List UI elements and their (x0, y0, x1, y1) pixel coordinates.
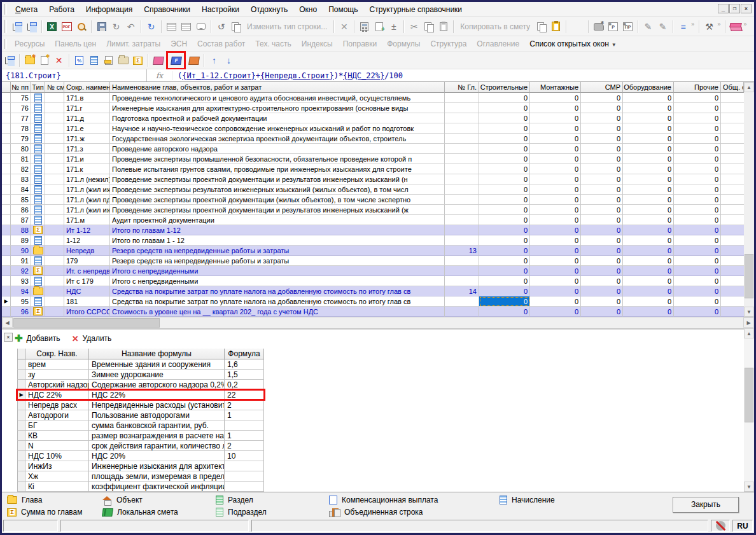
menu-item-Отдохнуть[interactable]: Отдохнуть (245, 3, 293, 16)
recalculate-icon[interactable]: ↻ (144, 20, 158, 34)
scroll-thumb[interactable] (745, 254, 753, 298)
blocks-icon[interactable] (228, 20, 243, 34)
log-icon[interactable] (101, 53, 116, 67)
value-cell[interactable]: 0 (674, 103, 721, 113)
language-indicator[interactable]: RU (732, 520, 753, 532)
row-type-cell[interactable] (31, 134, 45, 144)
estimate-number-cell[interactable] (45, 93, 64, 103)
value-cell[interactable]: 0 (581, 154, 623, 164)
row-marker[interactable] (2, 164, 11, 174)
value-cell[interactable]: 0 (530, 276, 581, 286)
chapter-number-cell[interactable] (445, 256, 479, 266)
compensation-icon[interactable]: % (72, 53, 87, 67)
chapter-number-cell[interactable] (445, 164, 479, 174)
value-cell[interactable] (721, 205, 744, 215)
chapter-number-cell[interactable] (445, 144, 479, 154)
value-cell[interactable]: 0 (530, 123, 581, 134)
value-cell[interactable]: 0 (479, 215, 530, 225)
value-cell[interactable]: 0 (581, 296, 623, 307)
chapter-number-cell[interactable] (445, 205, 479, 215)
row-marker[interactable] (17, 400, 25, 410)
value-cell[interactable] (721, 307, 744, 317)
chapter-number-cell[interactable] (445, 225, 479, 235)
value-cell[interactable]: 0 (581, 174, 623, 184)
value-cell[interactable]: 0 (623, 154, 674, 164)
value-cell[interactable]: 0 (581, 215, 623, 225)
row-marker[interactable] (17, 431, 25, 441)
new-row-icon[interactable] (37, 53, 52, 67)
value-cell[interactable]: 0 (623, 113, 674, 123)
row-number-cell[interactable]: 86 (11, 205, 31, 215)
value-cell[interactable]: 0 (479, 276, 530, 286)
value-cell[interactable]: 0 (530, 307, 581, 317)
short-name-cell[interactable]: НДС 10% (25, 451, 89, 461)
estimate-number-cell[interactable] (45, 103, 64, 113)
value-cell[interactable]: 0 (623, 144, 674, 154)
value-cell[interactable]: 0 (479, 113, 530, 123)
value-cell[interactable]: 0 (479, 154, 530, 164)
menu-item-Справочники[interactable]: Справочники (138, 3, 196, 16)
name-cell[interactable]: Проведение авторского надзора (110, 144, 445, 154)
row-type-cell[interactable] (31, 184, 45, 195)
value-cell[interactable]: 0 (674, 235, 721, 246)
value-cell[interactable]: 0 (530, 144, 581, 154)
value-cell[interactable]: 0 (674, 215, 721, 225)
short-name-cell[interactable]: 179 (64, 256, 110, 266)
row-marker[interactable] (17, 420, 25, 431)
edit-list-delete-icon[interactable]: ✎ (655, 20, 670, 34)
chapter-number-cell[interactable] (445, 276, 479, 286)
row-marker[interactable] (17, 410, 25, 420)
new-chapter-icon[interactable] (22, 53, 37, 67)
name-cell[interactable]: Итого с непредвиденными (110, 276, 445, 286)
formula-name-cell[interactable]: Содержание авторского надзора 0,2% (89, 380, 225, 390)
row-marker[interactable] (2, 113, 11, 123)
row-type-cell[interactable] (31, 113, 45, 123)
short-name-cell[interactable]: 171.е (64, 123, 110, 134)
name-cell[interactable]: Средства на покрытие затрат по уплате на… (110, 296, 445, 307)
value-cell[interactable]: 0 (674, 123, 721, 134)
row-marker[interactable] (2, 184, 11, 195)
chapter-number-cell[interactable] (445, 215, 479, 225)
row-marker[interactable] (2, 276, 11, 286)
value-cell[interactable]: 0 (623, 174, 674, 184)
menu-item-Смета[interactable]: Смета (10, 3, 43, 16)
panel-close-button[interactable]: × (4, 333, 13, 342)
value-cell[interactable]: 0 (674, 154, 721, 164)
row-marker[interactable] (2, 103, 11, 113)
accrual-icon[interactable] (87, 53, 101, 67)
value-cell[interactable]: 0 (581, 235, 623, 246)
formula-name-cell[interactable]: Инженерные изыскания для архитектурно- (89, 461, 225, 471)
row-marker[interactable] (2, 256, 11, 266)
value-cell[interactable]: 0 (623, 286, 674, 296)
short-name-cell[interactable]: Ит. с непредв. (64, 266, 110, 276)
value-cell[interactable]: 0 (623, 205, 674, 215)
formula-input[interactable]: ({Ит_1-12.Строит}+{Непредв.Строит})*{НДС… (172, 71, 403, 80)
paste-special-icon[interactable] (549, 20, 563, 34)
row-marker[interactable] (2, 93, 11, 103)
value-cell[interactable]: 0 (581, 246, 623, 256)
estimate-number-cell[interactable] (45, 184, 64, 195)
value-cell[interactable]: 0 (623, 246, 674, 256)
calculator-icon[interactable] (357, 20, 372, 34)
value-cell[interactable] (721, 296, 744, 307)
estimate-number-cell[interactable] (45, 113, 64, 123)
short-name-cell[interactable]: Кi (25, 482, 89, 492)
row-marker[interactable] (2, 144, 11, 154)
formula-value-cell[interactable]: 0,2 (225, 380, 264, 390)
value-cell[interactable]: 0 (674, 195, 721, 205)
row-marker[interactable] (2, 205, 11, 215)
short-name-cell[interactable]: 171.л (жил ижпдж) (64, 205, 110, 215)
name-cell[interactable]: Проведение экспертизы проектной документ… (110, 205, 445, 215)
tab-Список открытых окон[interactable]: Список открытых окон▼ (524, 37, 621, 51)
row-type-cell[interactable] (31, 174, 45, 184)
row-marker[interactable] (2, 123, 11, 134)
name-cell[interactable]: Итого с непредвиденными (110, 266, 445, 276)
row-number-cell[interactable]: 88 (11, 225, 31, 235)
delete-formula-button[interactable]: ✕ Удалить (72, 334, 112, 344)
cut-icon[interactable]: ✂ (407, 20, 421, 34)
estimate-number-cell[interactable] (45, 123, 64, 134)
row-number-cell[interactable]: 83 (11, 174, 31, 184)
pdf-export-icon[interactable]: PDF (59, 20, 74, 34)
menu-item-Окно[interactable]: Окно (293, 3, 323, 16)
value-cell[interactable]: 0 (479, 103, 530, 113)
